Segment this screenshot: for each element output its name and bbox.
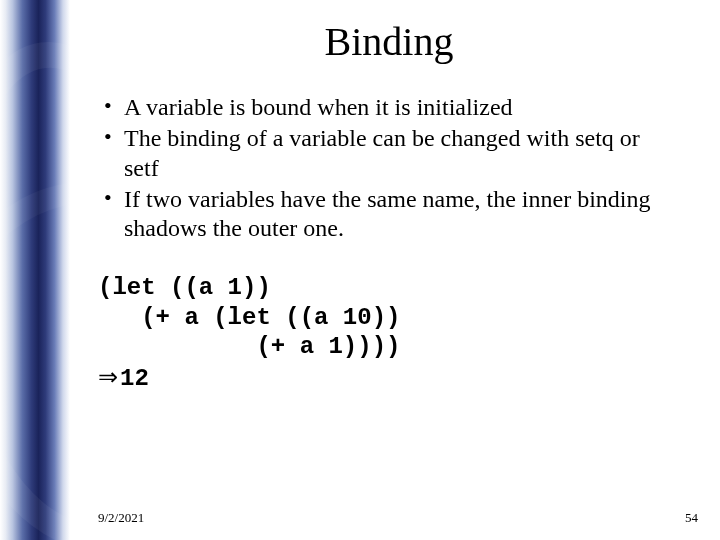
slide-title: Binding [98,18,680,65]
footer-page-number: 54 [685,510,698,526]
result-line: ⇒12 [98,363,680,392]
bullet-item: The binding of a variable can be changed… [98,124,680,183]
bullet-list: A variable is bound when it is initializ… [98,93,680,243]
footer-date: 9/2/2021 [98,510,144,526]
bullet-item: A variable is bound when it is initializ… [98,93,680,122]
result-arrow-icon: ⇒ [98,363,118,390]
slide-content: Binding A variable is bound when it is i… [70,0,720,540]
bullet-item: If two variables have the same name, the… [98,185,680,244]
code-block: (let ((a 1)) (+ a (let ((a 10)) (+ a 1))… [98,273,680,361]
decorative-sidebar [0,0,70,540]
result-value: 12 [120,365,149,392]
slide: Binding A variable is bound when it is i… [0,0,720,540]
